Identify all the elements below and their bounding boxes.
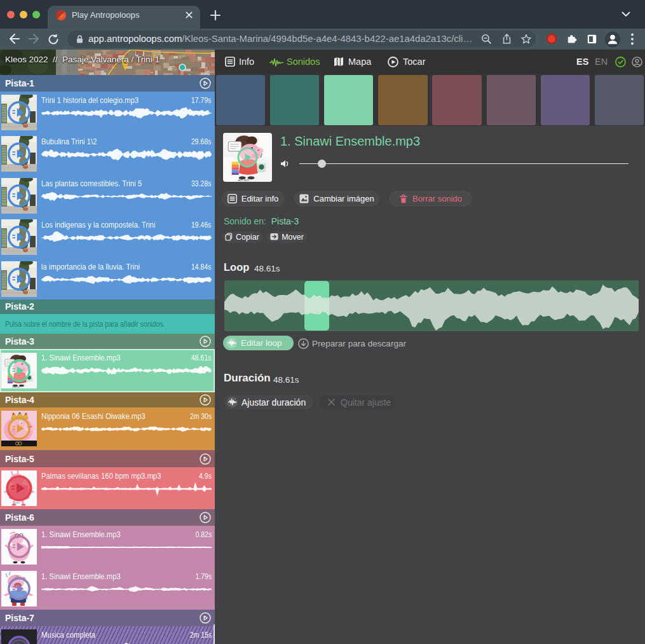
svg-text:atm atm: atm atm (12, 386, 20, 388)
